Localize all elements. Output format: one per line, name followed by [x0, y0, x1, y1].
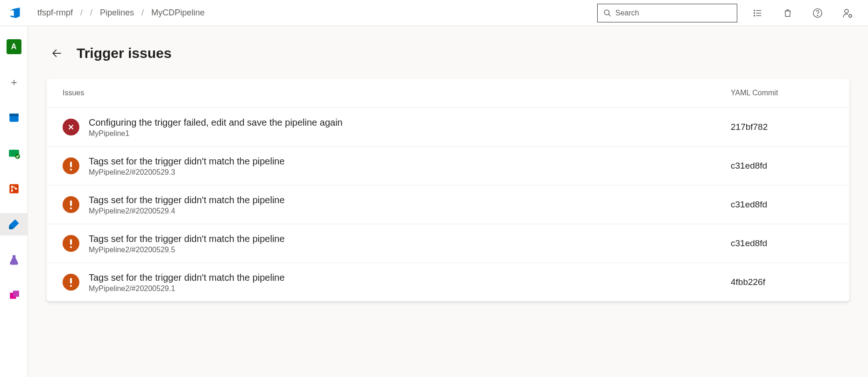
svg-rect-28	[70, 200, 72, 206]
svg-point-10	[845, 9, 848, 13]
svg-point-17	[11, 186, 13, 188]
issue-subtitle: MyPipeline2/#20200529.5	[89, 246, 731, 254]
rail-nav-testplans[interactable]	[0, 249, 28, 271]
search-input[interactable]	[615, 9, 731, 17]
issue-text: Tags set for the trigger didn't match th…	[89, 271, 731, 293]
issue-row[interactable]: Tags set for the trigger didn't match th…	[47, 147, 849, 185]
svg-point-31	[70, 246, 72, 248]
issue-row[interactable]: Tags set for the trigger didn't match th…	[47, 263, 849, 301]
rail-add-button[interactable]: ＋	[0, 71, 28, 93]
issue-text: Configuring the trigger failed, edit and…	[89, 116, 731, 138]
help-icon[interactable]	[810, 6, 825, 21]
breadcrumb-sep-icon: /	[90, 8, 92, 18]
issue-commit: c31ed8fd	[731, 238, 833, 249]
list-icon[interactable]	[750, 6, 765, 21]
issues-card: Issues YAML Commit Configuring the trigg…	[47, 78, 849, 301]
issue-subtitle: MyPipeline2/#20200529.4	[89, 207, 731, 215]
pipelines-icon	[7, 218, 21, 231]
page-header: Trigger issues	[47, 45, 868, 62]
svg-point-9	[817, 15, 818, 15]
breadcrumb-sep-icon: /	[80, 8, 83, 18]
user-settings-icon[interactable]	[840, 6, 855, 21]
repos-icon	[7, 182, 21, 195]
plus-icon: ＋	[9, 75, 19, 89]
rail-nav-pipelines[interactable]	[0, 213, 28, 235]
svg-rect-30	[70, 239, 72, 245]
svg-point-29	[70, 207, 72, 209]
search-box[interactable]	[597, 4, 737, 22]
breadcrumb-sep-icon: /	[141, 8, 144, 18]
issue-text: Tags set for the trigger didn't match th…	[89, 155, 731, 177]
header-col-commit: YAML Commit	[731, 89, 833, 97]
issue-subtitle: MyPipeline2/#20200529.1	[89, 285, 731, 293]
page-title: Trigger issues	[77, 45, 171, 61]
issue-title: Tags set for the trigger didn't match th…	[89, 233, 731, 245]
boards-icon	[7, 147, 21, 160]
issues-table-body: Configuring the trigger failed, edit and…	[47, 108, 849, 301]
warning-icon	[63, 274, 79, 291]
issue-text: Tags set for the trigger didn't match th…	[89, 233, 731, 254]
svg-point-33	[70, 285, 72, 287]
issue-subtitle: MyPipeline2/#20200529.3	[89, 168, 731, 177]
issue-row[interactable]: Configuring the trigger failed, edit and…	[47, 108, 849, 147]
rail-project-avatar[interactable]: A	[0, 36, 28, 58]
svg-rect-16	[9, 184, 19, 193]
warning-icon	[63, 235, 79, 252]
issue-title: Tags set for the trigger didn't match th…	[89, 271, 731, 284]
rail-nav-overview[interactable]	[0, 107, 28, 129]
rail-nav-repos[interactable]	[0, 178, 28, 200]
issue-commit: c31ed8fd	[731, 161, 833, 171]
issue-title: Tags set for the trigger didn't match th…	[89, 194, 731, 206]
rail-nav-artifacts[interactable]	[0, 284, 28, 306]
svg-line-1	[608, 14, 611, 16]
project-avatar: A	[7, 39, 21, 54]
svg-point-6	[754, 13, 755, 14]
left-rail: A ＋	[0, 26, 28, 377]
search-icon	[603, 9, 612, 17]
svg-rect-26	[70, 162, 72, 167]
breadcrumb-pipeline[interactable]: MyCDPipeline	[151, 8, 205, 18]
svg-rect-13	[9, 114, 19, 116]
header-col-issues: Issues	[63, 89, 731, 97]
issues-table-header: Issues YAML Commit	[47, 78, 849, 108]
topbar-actions	[750, 6, 861, 21]
topbar: tfspf-rmpf / / Pipelines / MyCDPipeline	[0, 0, 868, 26]
issue-title: Configuring the trigger failed, edit and…	[89, 116, 731, 128]
svg-point-0	[604, 10, 609, 15]
rail-nav-boards[interactable]	[0, 142, 28, 164]
main-content: Trigger issues Issues YAML Commit Config…	[28, 26, 868, 377]
svg-point-18	[11, 190, 13, 192]
svg-rect-22	[13, 291, 19, 297]
issue-subtitle: MyPipeline1	[89, 129, 731, 138]
breadcrumb: tfspf-rmpf / / Pipelines / MyCDPipeline	[37, 8, 205, 18]
breadcrumb-org[interactable]: tfspf-rmpf	[37, 8, 73, 18]
artifacts-icon	[7, 289, 21, 302]
back-button[interactable]	[49, 45, 65, 62]
svg-rect-32	[70, 278, 72, 284]
azure-devops-logo-icon[interactable]	[7, 6, 22, 21]
issue-commit: 217bf782	[731, 122, 833, 132]
svg-rect-20	[9, 227, 12, 229]
testplans-icon	[7, 253, 21, 266]
svg-point-5	[754, 10, 755, 11]
warning-icon	[63, 157, 79, 174]
issue-commit: c31ed8fd	[731, 199, 833, 210]
issue-text: Tags set for the trigger didn't match th…	[89, 194, 731, 215]
error-icon	[63, 119, 79, 135]
issue-title: Tags set for the trigger didn't match th…	[89, 155, 731, 167]
warning-icon	[63, 196, 79, 213]
issue-commit: 4fbb226f	[731, 277, 833, 287]
overview-icon	[7, 111, 21, 124]
issue-row[interactable]: Tags set for the trigger didn't match th…	[47, 224, 849, 263]
shopping-bag-icon[interactable]	[780, 6, 795, 21]
svg-point-27	[70, 169, 72, 171]
svg-point-7	[754, 15, 755, 16]
arrow-left-icon	[51, 47, 63, 59]
issue-row[interactable]: Tags set for the trigger didn't match th…	[47, 185, 849, 224]
breadcrumb-section[interactable]: Pipelines	[100, 8, 134, 18]
